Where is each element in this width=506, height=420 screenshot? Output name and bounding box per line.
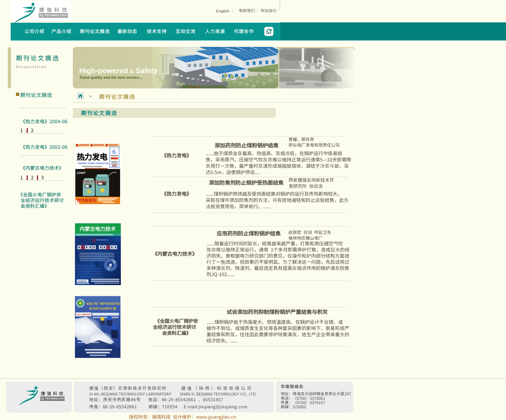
svg-text:CHNT: CHNT xyxy=(77,171,86,175)
svg-text:Good quality and the best serv: Good quality and the best service... xyxy=(80,75,142,80)
svg-text:High-powered & Safety: High-powered & Safety xyxy=(79,66,158,75)
svg-text:2006/3: 2006/3 xyxy=(77,280,86,283)
svg-text:THERMAL POWER GENERATION: THERMAL POWER GENERATION xyxy=(77,162,109,164)
svg-text:6: 6 xyxy=(112,148,116,156)
svg-text:3: 3 xyxy=(92,238,95,243)
svg-text:FULL SERVICE: FULL SERVICE xyxy=(76,313,91,316)
